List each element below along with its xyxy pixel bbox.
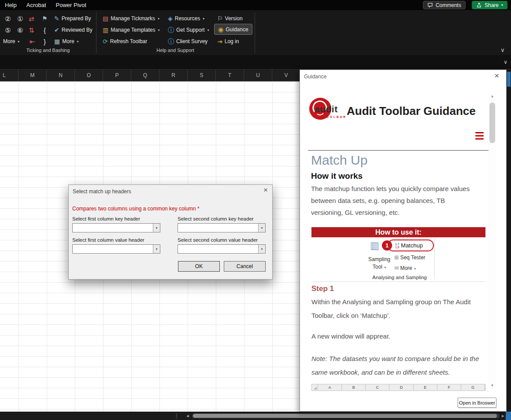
matchup-label: Matchup — [401, 242, 423, 249]
updown-tickmarks-button[interactable]: ⇅ — [27, 25, 36, 35]
second-value-header-label: Select second column value header — [178, 237, 258, 243]
first-key-header-combo[interactable]: ▾ — [72, 223, 160, 232]
tickmark-circled-6-button[interactable]: ⑥ — [16, 25, 24, 35]
column-header-S[interactable]: S — [188, 70, 216, 81]
hamburger-menu-icon[interactable] — [475, 132, 484, 140]
column-header-V[interactable]: V — [272, 70, 300, 81]
group-separator — [255, 12, 255, 53]
share-button[interactable]: Share ▾ — [472, 1, 507, 9]
seq-tester-label: Seq Tester — [400, 254, 425, 261]
combo-value — [73, 245, 153, 253]
ribbon-tab-acrobat[interactable]: Acrobat — [22, 0, 51, 10]
tickmark-circled-2-button[interactable]: ② — [4, 14, 12, 23]
prepared-by-label: Prepared By — [62, 15, 91, 22]
client-survey-label: Client Survey — [176, 38, 207, 44]
tickmark-circled-5-button[interactable]: ⑤ — [4, 25, 12, 35]
horizontal-scrollbar[interactable] — [192, 413, 500, 418]
info-icon: ⓘ — [168, 27, 174, 33]
mini-column-C: C — [366, 384, 389, 391]
second-value-header-combo[interactable]: ▾ — [178, 244, 266, 254]
cancel-button[interactable]: Cancel — [224, 261, 266, 272]
more-label: More — [62, 38, 74, 44]
ribbon-screenshot: ▥ Sampling Tool ▾ 1 1.71.8 Matchup ⊞ Seq… — [311, 237, 485, 282]
refresh-toolbar-button[interactable]: ⟳Refresh Toolbar — [101, 37, 148, 46]
combo-value — [73, 224, 153, 232]
ok-button[interactable]: OK — [178, 261, 220, 272]
column-header-O[interactable]: O — [75, 70, 103, 81]
column-header-Q[interactable]: Q — [131, 70, 159, 81]
combo-dropdown-icon[interactable]: ▾ — [153, 245, 160, 253]
column-header-P[interactable]: P — [103, 70, 131, 81]
version-button[interactable]: ⚐Version — [216, 14, 244, 23]
get-support-button[interactable]: ⓘGet Support▾ — [167, 25, 211, 35]
comments-button[interactable]: Comments — [423, 1, 466, 9]
sampling-label-line1: Sampling — [366, 256, 393, 262]
column-header-U[interactable]: U — [244, 70, 272, 81]
pane-scrollbar[interactable]: ▲ ▼ — [489, 93, 496, 389]
flag-tickmark-button[interactable]: ⚑ — [41, 14, 49, 23]
guidance-button[interactable]: ◉Guidance — [214, 24, 252, 35]
dialog-description-text: Compares two columns using a common key … — [72, 206, 200, 212]
close-brace-tickmark-button[interactable]: } — [42, 37, 47, 46]
open-brace-tickmark-button[interactable]: { — [42, 25, 47, 35]
horizontal-scrollbar-thumb[interactable] — [193, 414, 497, 418]
ticking-more-button[interactable]: ▦More▾ — [53, 37, 80, 46]
manage-templates-button[interactable]: ▥Manage Templates▾ — [101, 25, 161, 35]
scroll-down-icon[interactable]: ▼ — [489, 383, 496, 387]
tickmarks-more-button[interactable]: More▾ — [2, 37, 21, 46]
column-header-M[interactable]: M — [19, 70, 47, 81]
prepared-by-button[interactable]: ✎Prepared By — [53, 14, 92, 23]
vertical-scrollbar[interactable] — [507, 70, 511, 412]
client-survey-button[interactable]: ⓘClient Survey — [167, 37, 209, 46]
combo-dropdown-icon[interactable]: ▾ — [258, 245, 265, 253]
scroll-right-icon[interactable]: ► — [501, 413, 505, 418]
ribbon-tab-power-pivot[interactable]: Power Pivot — [51, 0, 91, 10]
tab-tickmark-button[interactable]: ⇤ — [28, 37, 37, 46]
flag-icon: ⚑ — [42, 15, 48, 22]
pane-title: Guidance — [304, 74, 326, 80]
swap-tickmarks-button[interactable]: ⇄ — [27, 14, 36, 23]
log-in-button[interactable]: ⇥Log in — [216, 37, 240, 46]
matchup-button-highlight[interactable]: 1.71.8 Matchup — [387, 239, 434, 251]
dialog-close-icon[interactable]: × — [263, 186, 268, 194]
sheet-tab-split-handle[interactable]: ⋮ — [174, 413, 179, 419]
resources-button[interactable]: ◈Resources▾ — [167, 14, 206, 23]
more-label: More — [400, 265, 412, 271]
intro-paragraph: The matchup function lets you quickly co… — [311, 183, 476, 218]
note-paragraph: Note: The datasets you want to compare s… — [311, 352, 494, 379]
dropdown-icon: ▾ — [158, 28, 159, 32]
pane-scrollbar-thumb[interactable] — [489, 103, 495, 143]
tickmark-circled-1-button[interactable]: ① — [16, 14, 24, 23]
refresh-toolbar-label: Refresh Toolbar — [110, 38, 148, 44]
combo-dropdown-icon[interactable]: ▾ — [258, 224, 265, 232]
combo-dropdown-icon[interactable]: ▾ — [153, 224, 160, 232]
formula-bar-expand-chevron-icon[interactable]: ∨ — [504, 59, 507, 65]
status-scroll-bar: ⋮ ◄ ► — [0, 412, 511, 420]
dropdown-icon: ▾ — [77, 40, 79, 44]
column-header-R[interactable]: R — [159, 70, 188, 81]
version-label: Version — [225, 15, 243, 22]
column-header-N[interactable]: N — [47, 70, 75, 81]
scroll-up-icon[interactable]: ▲ — [489, 94, 496, 98]
ribbon-tab-help[interactable]: Help — [0, 0, 22, 10]
how-to-use-banner: How to use it: — [311, 227, 485, 237]
matchup-icon-bottom: 1.8 — [395, 246, 399, 249]
ribbon-collapse-chevron-icon[interactable]: ∨ — [497, 47, 508, 53]
pane-close-icon[interactable]: × — [494, 72, 499, 80]
dialog-title: Select match up headers — [73, 188, 131, 195]
open-in-browser-button[interactable]: Open in Broswer — [458, 398, 496, 408]
column-header-L[interactable]: L — [0, 70, 19, 81]
select-all-corner — [312, 384, 318, 391]
vertical-scrollbar-thumb[interactable] — [507, 72, 511, 87]
scroll-left-icon[interactable]: ◄ — [185, 413, 190, 418]
second-key-header-combo[interactable]: ▾ — [178, 223, 266, 232]
check-icon: ✔ — [54, 27, 59, 33]
reviewed-by-button[interactable]: ✔Reviewed By — [53, 25, 94, 35]
pane-heading: Audit Toolbar Guidance — [347, 104, 476, 118]
open-brace-icon: { — [44, 27, 46, 33]
column-header-T[interactable]: T — [216, 70, 244, 81]
first-value-header-combo[interactable]: ▾ — [72, 244, 160, 254]
ribbon: ② ① ⇄ ⚑ ⑤ ⑥ ⇅ { More▾ ⇤ } ✎Prepared By ✔… — [0, 10, 511, 55]
manage-tickmarks-button[interactable]: ▤Manage Tickmarks▾ — [101, 14, 161, 23]
close-brace-icon: } — [44, 38, 46, 45]
